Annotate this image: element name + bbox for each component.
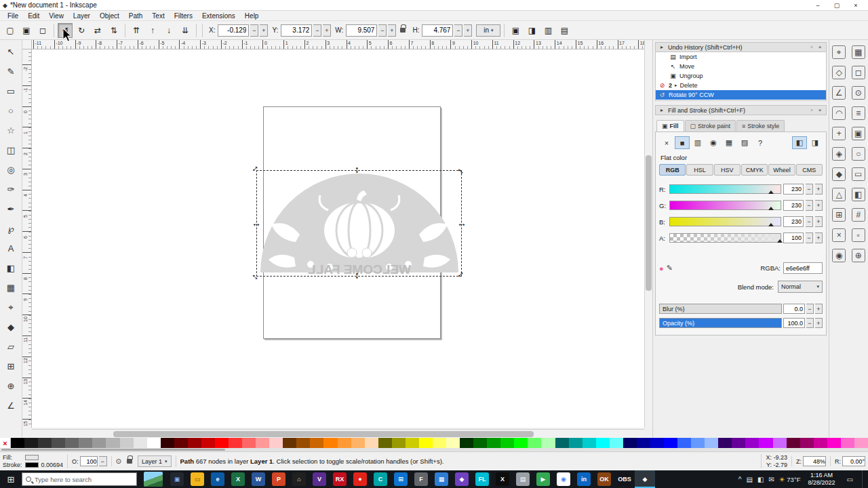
palette-swatch[interactable] [487, 438, 500, 448]
palette-swatch[interactable] [392, 438, 406, 448]
color-tab-hsl[interactable]: HSL [686, 164, 713, 176]
palette-swatch[interactable] [365, 438, 378, 448]
node-tool[interactable]: ✎ [3, 64, 19, 79]
palette-swatch[interactable] [174, 438, 188, 448]
height-increment-button[interactable]: + [464, 24, 472, 37]
palette-swatch[interactable] [52, 438, 65, 448]
raise-to-top-button[interactable]: ⇈ [129, 23, 144, 38]
palette-swatch[interactable] [283, 438, 296, 448]
tray-icon[interactable]: ✉ [768, 476, 774, 483]
gradient-tool[interactable]: ◧ [3, 260, 19, 276]
blue-value-field[interactable] [783, 216, 804, 227]
palette-swatch[interactable] [623, 438, 637, 448]
taskbar-edge[interactable]: e [208, 470, 228, 488]
palette-swatch[interactable] [269, 438, 283, 448]
color-tab-hsv[interactable]: HSV [714, 164, 741, 176]
no-paint-button[interactable]: × [659, 136, 674, 149]
green-increment-button[interactable]: + [815, 200, 823, 211]
fill-status-swatch[interactable] [25, 455, 39, 460]
width-increment-button[interactable]: + [388, 24, 396, 37]
expander-icon[interactable]: ▸ [675, 83, 677, 88]
palette-swatch[interactable] [215, 438, 229, 448]
snap-button[interactable]: ▦ [852, 45, 865, 59]
zoom-input[interactable] [803, 456, 826, 466]
rotation-input[interactable] [842, 456, 865, 466]
dropper-icon[interactable]: ✎ [667, 264, 673, 272]
fill-rule-evenodd-button[interactable]: ◧ [792, 136, 807, 149]
scale-handle-e[interactable]: ↔ [457, 218, 467, 228]
menu-help[interactable]: Help [240, 12, 264, 20]
menu-edit[interactable]: Edit [23, 12, 44, 20]
palette-swatch[interactable] [256, 438, 269, 448]
units-dropdown[interactable]: in ▾ [476, 24, 500, 37]
tray-icon[interactable]: ▤ [747, 476, 753, 483]
taskbar-app[interactable]: FL [472, 470, 492, 488]
linear-gradient-button[interactable]: ▥ [690, 136, 705, 149]
y-increment-button[interactable]: + [323, 24, 331, 37]
height-field[interactable] [422, 24, 453, 37]
palette-swatch[interactable] [610, 438, 623, 448]
move-gradients-toggle[interactable]: ▥ [540, 23, 555, 38]
tab-fill[interactable]: ▣Fill [656, 120, 684, 131]
palette-swatch[interactable] [787, 438, 800, 448]
blue-increment-button[interactable]: + [815, 216, 823, 227]
panel-expander-icon[interactable]: ▸ [658, 44, 666, 50]
undo-history-item[interactable]: ⊘2▸Delete [656, 81, 826, 90]
vertical-ruler[interactable]: -2-10123456789101112131415 [22, 49, 32, 428]
vertical-scrollbar[interactable] [644, 40, 652, 428]
green-slider[interactable] [669, 201, 781, 210]
opacity-increment-button[interactable]: + [815, 318, 823, 328]
alpha-value-field[interactable] [783, 232, 804, 243]
clock[interactable]: 1:16 AM 8/28/2022 [806, 472, 838, 487]
panel-close-icon[interactable]: × [816, 44, 824, 50]
opacity-value-field[interactable] [783, 318, 805, 328]
taskbar-app[interactable]: in [574, 470, 594, 488]
palette-swatch[interactable] [569, 438, 583, 448]
blur-slider[interactable]: Blur (%) [659, 304, 782, 314]
palette-swatch[interactable] [147, 438, 161, 448]
red-slider[interactable] [669, 184, 781, 194]
palette-swatch[interactable] [596, 438, 610, 448]
palette-swatch[interactable] [106, 438, 119, 448]
palette-swatch[interactable] [433, 438, 446, 448]
palette-swatch[interactable] [338, 438, 351, 448]
snap-button[interactable]: ≡ [852, 106, 865, 120]
snap-button[interactable]: ◧ [852, 188, 865, 201]
menu-text[interactable]: Text [147, 12, 169, 20]
panel-close-icon[interactable]: × [816, 107, 824, 113]
palette-swatch[interactable] [323, 438, 337, 448]
snap-button[interactable]: ▭ [852, 167, 865, 181]
taskbar-app[interactable]: X [492, 470, 513, 488]
start-button[interactable]: ⊞ [0, 470, 22, 488]
undo-history-item[interactable]: ↖Move [656, 62, 826, 71]
taskbar-inkscape[interactable]: ◆ [635, 470, 655, 488]
panel-expander-icon[interactable]: ▸ [658, 107, 666, 113]
red-increment-button[interactable]: + [815, 184, 823, 195]
menu-object[interactable]: Object [95, 12, 124, 20]
tab-stroke-style[interactable]: ≡Stroke style [736, 120, 785, 131]
undo-history-list[interactable]: ▤Import↖Move▣Ungroup⊘2▸Delete↺Rotate 90°… [655, 52, 827, 101]
snap-button[interactable]: △ [832, 188, 846, 201]
color-tab-cms[interactable]: CMS [796, 164, 823, 176]
green-decrement-button[interactable]: − [806, 200, 813, 211]
object-opacity-input[interactable] [80, 456, 98, 466]
scale-handle-s[interactable]: ↔ [354, 271, 363, 281]
undo-history-item[interactable]: ▣Ungroup [656, 71, 826, 81]
horizontal-scrollbar[interactable] [32, 429, 644, 438]
star-tool[interactable]: ☆ [3, 123, 19, 138]
palette-swatch[interactable] [500, 438, 514, 448]
canvas[interactable]: WELCOME FALL ↔ ↔ ↔ ↔ ↔ ↔ ↔ ↔ [32, 49, 644, 428]
palette-swatch[interactable] [134, 438, 147, 448]
notification-center-icon[interactable]: ▭ [843, 476, 857, 483]
palette-swatch[interactable] [773, 438, 787, 448]
stroke-status-swatch[interactable] [25, 462, 39, 468]
swatch-icon[interactable]: ● [659, 264, 664, 272]
palette-swatch[interactable] [854, 438, 868, 448]
palette-swatch[interactable] [800, 438, 814, 448]
palette-swatch[interactable] [827, 438, 841, 448]
deselect-button[interactable]: ◻ [35, 23, 50, 38]
blur-increment-button[interactable]: + [815, 304, 823, 314]
color-tab-wheel[interactable]: Wheel [768, 164, 795, 176]
alpha-decrement-button[interactable]: − [806, 232, 813, 243]
dropper-tool[interactable]: ⌖ [3, 300, 19, 315]
